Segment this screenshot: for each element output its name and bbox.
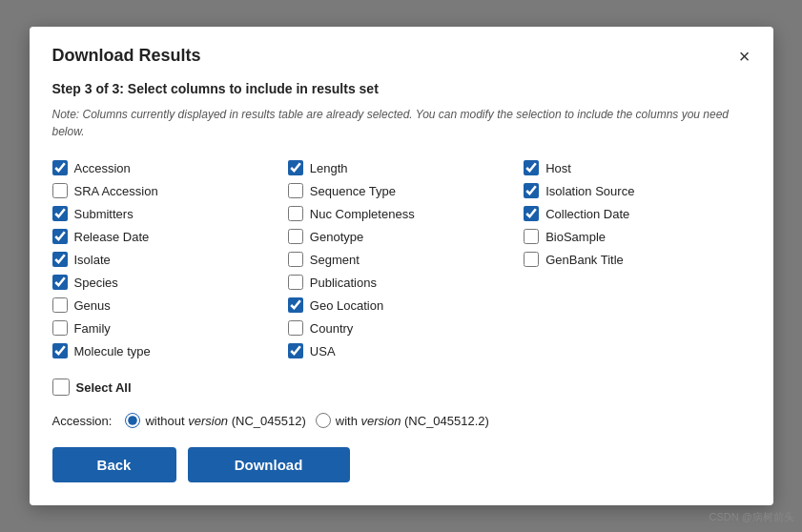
modal-header: Download Results × [52,46,751,66]
checkbox-item: Release Date [52,226,278,247]
label-family[interactable]: Family [74,321,111,336]
checkbox-item: Accession [52,157,278,178]
checkbox-sequence_type[interactable] [288,183,303,198]
checkbox-geo_location[interactable] [288,297,303,313]
radio-with-version-input[interactable] [316,413,331,428]
checkbox-item: Submitters [52,203,278,224]
checkbox-isolate[interactable] [52,252,68,267]
columns-grid: AccessionSRA AccessionSubmittersRelease … [52,157,751,361]
radio-without-version-text: without version (NC_045512) [145,414,305,428]
download-results-modal: Download Results × Step 3 of 3: Select c… [30,27,773,505]
checkbox-item: Genotype [288,226,514,247]
select-all-checkbox[interactable] [52,379,70,396]
checkbox-item: Molecule type [52,340,278,361]
checkbox-host[interactable] [524,160,539,175]
checkbox-sra_accession[interactable] [52,183,68,198]
checkbox-item: Isolate [52,249,278,270]
download-button[interactable]: Download [188,447,350,482]
checkbox-genbank_title[interactable] [524,252,539,267]
label-usa[interactable]: USA [310,344,336,358]
label-geo_location[interactable]: Geo Location [310,298,383,313]
actions-row: Back Download [52,447,751,482]
checkbox-submitters[interactable] [52,206,68,221]
checkbox-genotype[interactable] [288,229,303,244]
column-group: LengthSequence TypeNuc CompletenessGenot… [288,157,514,361]
checkbox-item: Family [52,317,278,338]
label-biosample[interactable]: BioSample [545,230,606,244]
label-submitters[interactable]: Submitters [74,207,134,221]
checkbox-accession[interactable] [52,160,68,175]
watermark: CSDN @病树前头 [709,510,794,524]
label-genus[interactable]: Genus [74,298,111,313]
checkbox-item: GenBank Title [524,249,750,270]
label-accession[interactable]: Accession [74,161,131,175]
checkbox-item: Sequence Type [288,180,514,201]
column-group: AccessionSRA AccessionSubmittersRelease … [52,157,278,361]
checkbox-item: Segment [288,249,514,270]
label-isolate[interactable]: Isolate [74,253,111,267]
checkbox-family[interactable] [52,320,68,336]
checkbox-item: Nuc Completeness [288,203,514,224]
label-sra_accession[interactable]: SRA Accession [74,184,158,198]
checkbox-molecule_type[interactable] [52,343,68,358]
radio-with-version-text: with version (NC_045512.2) [336,414,489,428]
label-isolation_source[interactable]: Isolation Source [545,184,634,198]
radio-with-version[interactable]: with version (NC_045512.2) [316,413,489,428]
label-sequence_type[interactable]: Sequence Type [310,184,396,198]
select-all-label[interactable]: Select All [76,380,132,395]
accession-row: Accession: without version (NC_045512) w… [52,413,751,428]
checkbox-item: Geo Location [288,295,514,316]
checkbox-item: Species [52,272,278,293]
checkbox-segment[interactable] [288,252,303,267]
back-button[interactable]: Back [52,447,176,482]
checkbox-biosample[interactable] [524,229,539,244]
checkbox-nuc_completeness[interactable] [288,206,303,221]
label-host[interactable]: Host [545,161,571,175]
label-molecule_type[interactable]: Molecule type [74,344,151,358]
checkbox-item: Country [288,317,514,338]
checkbox-species[interactable] [52,275,68,290]
column-group: HostIsolation SourceCollection DateBioSa… [524,157,750,361]
checkbox-item: Publications [288,272,514,293]
checkbox-item: BioSample [524,226,750,247]
checkbox-usa[interactable] [288,343,303,358]
label-genbank_title[interactable]: GenBank Title [545,253,624,267]
radio-without-version[interactable]: without version (NC_045512) [125,413,305,428]
checkbox-publications[interactable] [288,275,303,290]
label-length[interactable]: Length [310,161,348,175]
label-genotype[interactable]: Genotype [310,230,363,244]
label-nuc_completeness[interactable]: Nuc Completeness [310,207,415,221]
label-segment[interactable]: Segment [310,253,360,267]
label-release_date[interactable]: Release Date [74,230,150,244]
radio-without-version-input[interactable] [125,413,140,428]
checkbox-item: Length [288,157,514,178]
close-button[interactable]: × [739,47,751,66]
checkbox-item: Isolation Source [524,180,750,201]
checkbox-item: USA [288,340,514,361]
modal-overlay: Download Results × Step 3 of 3: Select c… [0,0,802,532]
checkbox-genus[interactable] [52,297,68,313]
select-all-row: Select All [52,375,751,399]
checkbox-item: Host [524,157,750,178]
label-publications[interactable]: Publications [310,276,377,290]
checkbox-length[interactable] [288,160,303,175]
modal-title: Download Results [52,46,201,66]
checkbox-isolation_source[interactable] [524,183,539,198]
note-text: Note: Columns currently displayed in res… [52,106,751,140]
checkbox-country[interactable] [288,320,303,336]
checkbox-release_date[interactable] [52,229,68,244]
label-collection_date[interactable]: Collection Date [545,207,629,221]
label-country[interactable]: Country [310,321,354,336]
checkbox-item: Collection Date [524,203,750,224]
checkbox-item: Genus [52,295,278,316]
checkbox-collection_date[interactable] [524,206,539,221]
label-species[interactable]: Species [74,276,118,290]
accession-label: Accession: [52,414,113,428]
step-label: Step 3 of 3: Select columns to include i… [52,81,751,96]
checkbox-item: SRA Accession [52,180,278,201]
